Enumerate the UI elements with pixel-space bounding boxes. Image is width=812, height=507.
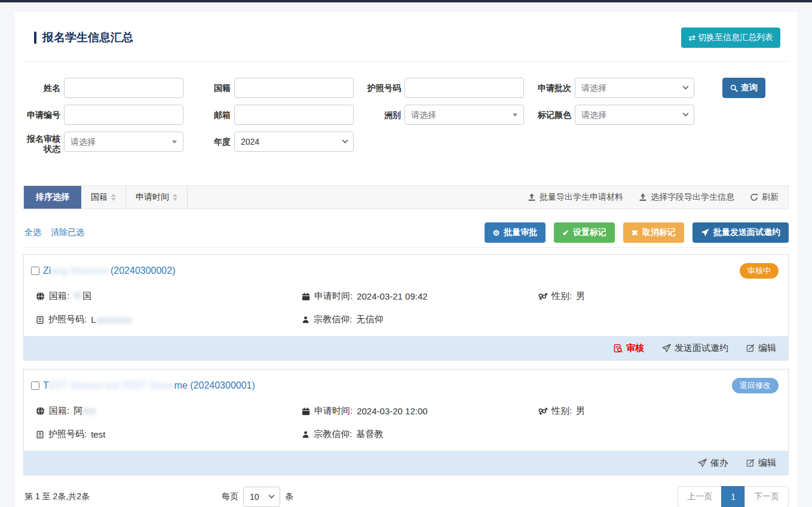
nationality-input[interactable] <box>234 78 354 98</box>
upload-icon <box>528 193 536 201</box>
passport-input[interactable] <box>405 78 524 98</box>
bulk-send-invite-label: 批量发送面试邀约 <box>713 227 780 238</box>
search-icon <box>730 84 738 92</box>
edit-link[interactable]: 编辑 <box>746 457 776 469</box>
switch-view-button[interactable]: ⇄ 切换至信息汇总列表 <box>681 28 780 48</box>
audit-link[interactable]: 审核 <box>614 343 644 354</box>
audit-doc-icon <box>614 344 623 353</box>
edit-icon <box>746 344 755 352</box>
filter-audit-status: 报名审核状态 请选择 <box>23 132 194 154</box>
student-card: TEST Ghxxxx txxt TEST Sxxxxme (202403000… <box>23 369 789 475</box>
clear-selected-link[interactable]: 清除已选 <box>51 227 84 238</box>
app-no-input[interactable] <box>64 105 183 125</box>
pagination: 上一页 1 下一页 <box>678 486 789 507</box>
gender-icon <box>538 292 547 301</box>
continent-value: 请选择 <box>411 110 436 120</box>
name-input[interactable] <box>64 78 183 98</box>
page-title-text: 报名学生信息汇总 <box>42 30 133 45</box>
tab-sort-select[interactable]: 排序选择 <box>24 186 81 209</box>
filter-mark-color: 标记颜色 请选择 <box>534 105 704 125</box>
audit-status-label: 报名审核状态 <box>23 132 60 154</box>
audit-status-value: 请选择 <box>71 137 96 146</box>
mark-color-select[interactable]: 请选择 <box>575 105 694 125</box>
continent-label: 洲别 <box>364 105 401 125</box>
title-row: 报名学生信息汇总 ⇄ 切换至信息汇总列表 <box>23 12 789 48</box>
continent-select[interactable]: 请选择 <box>405 105 524 125</box>
check-icon: ✔ <box>562 228 569 237</box>
edit-icon <box>746 459 755 467</box>
dropdown-arrow-icon <box>513 114 517 117</box>
per-page-label: 每页 <box>222 491 238 502</box>
export-materials-label: 批量导出学生申请材料 <box>540 192 623 203</box>
bulk-approve-button[interactable]: ⚙ 批量审批 <box>485 222 546 243</box>
email-input[interactable] <box>234 105 354 125</box>
redacted-text: ang Xiaoxxxx <box>51 265 108 276</box>
tab-sort-apply-time[interactable]: 申请时间 <box>126 186 188 209</box>
export-fields-button[interactable]: 选择字段导出学生信息 <box>639 192 734 203</box>
name-label: 姓名 <box>23 78 60 98</box>
redacted-text: xxxxxxxx <box>96 314 132 325</box>
gender-field: 性别: 男 <box>538 291 779 302</box>
student-card-header: Ziang Xiaoxxxx (20240300002) 审核中 <box>24 255 788 279</box>
filter-passport: 护照号码 <box>364 78 534 98</box>
sort-carets-icon <box>111 194 116 201</box>
cancel-mark-button[interactable]: ✖ 取消标记 <box>623 222 684 243</box>
nationality-label: 国籍 <box>194 78 231 98</box>
selection-row: 全选 清除已选 ⚙ 批量审批 ✔ 设置标记 ✖ 取消标记 批量发送面试邀约 <box>23 222 789 248</box>
page-1-button[interactable]: 1 <box>721 486 745 507</box>
student-checkbox[interactable] <box>31 267 39 275</box>
gender-icon <box>538 407 547 416</box>
per-page-select[interactable]: 10 <box>243 487 280 507</box>
edit-link[interactable]: 编辑 <box>746 343 776 354</box>
passport-label: 护照号码 <box>364 78 401 98</box>
student-fields-row: 国籍: 中国 申请时间: 2024-03-21 09:42 性别: 男 <box>24 291 788 302</box>
filter-batch: 申请批次 请选择 <box>534 78 704 98</box>
passport-icon <box>36 316 44 324</box>
bulk-approve-label: 批量审批 <box>504 227 537 238</box>
tab-nationality-label: 国籍 <box>91 192 108 203</box>
student-checkbox[interactable] <box>31 381 39 390</box>
nationality-field: 国籍: 阿xxx <box>36 405 302 417</box>
prev-page-button[interactable]: 上一页 <box>678 486 722 507</box>
redacted-text: EST Ghxxxx txxt TEST Sxxxx <box>49 380 174 390</box>
student-fields-row: 护照号码: test 宗教信仰: 基督教 <box>24 429 788 440</box>
batch-label: 申请批次 <box>534 78 571 98</box>
year-label: 年度 <box>194 132 231 152</box>
urge-link[interactable]: 催办 <box>698 457 728 469</box>
globe-icon <box>36 292 45 301</box>
calendar-icon <box>302 292 310 301</box>
bulk-send-invite-button[interactable]: 批量发送面试邀约 <box>693 222 789 243</box>
student-name-link[interactable]: TEST Ghxxxx txxt TEST Sxxxxme (202403000… <box>43 380 255 391</box>
refresh-button[interactable]: 刷新 <box>750 192 779 203</box>
religion-field: 宗教信仰: 基督教 <box>302 429 538 440</box>
audit-status-select[interactable]: 请选择 <box>64 132 183 152</box>
person-icon <box>302 430 310 438</box>
filter-continent: 洲别 请选择 <box>364 105 534 125</box>
per-page-control: 每页 10 条 <box>222 487 293 507</box>
student-name-link[interactable]: Ziang Xiaoxxxx (20240300002) <box>43 265 176 276</box>
calendar-icon <box>302 407 310 416</box>
paper-plane-icon <box>698 459 707 468</box>
send-invite-link[interactable]: 发送面试邀约 <box>662 343 728 354</box>
pagination-summary: 第 1 至 2条,共2条 <box>24 491 222 502</box>
cancel-mark-label: 取消标记 <box>642 227 676 238</box>
next-page-button[interactable]: 下一页 <box>744 486 789 507</box>
paper-plane-icon <box>662 344 671 353</box>
search-label: 查询 <box>741 83 758 93</box>
tab-sort-nationality[interactable]: 国籍 <box>81 186 126 209</box>
filter-search: 查询 <box>704 78 789 98</box>
religion-field: 宗教信仰: 无信仰 <box>302 314 538 325</box>
export-materials-button[interactable]: 批量导出学生申请材料 <box>528 192 623 203</box>
passport-field: 护照号码: test <box>36 429 302 440</box>
batch-select[interactable]: 请选择 <box>575 78 694 98</box>
filter-form: 姓名 国籍 护照号码 申请批次 请选择 查询 申请编号 <box>23 78 789 154</box>
filter-nationality: 国籍 <box>194 78 364 98</box>
bulk-action-buttons: ⚙ 批量审批 ✔ 设置标记 ✖ 取消标记 批量发送面试邀约 <box>485 222 789 243</box>
search-button[interactable]: 查询 <box>722 78 765 98</box>
email-label: 邮箱 <box>194 105 231 125</box>
passport-field: 护照号码: Lxxxxxxxx <box>36 314 302 325</box>
set-mark-button[interactable]: ✔ 设置标记 <box>554 222 615 243</box>
top-accent-bar <box>0 0 812 2</box>
year-select[interactable]: 2024 <box>234 132 354 152</box>
select-all-link[interactable]: 全选 <box>24 227 41 238</box>
